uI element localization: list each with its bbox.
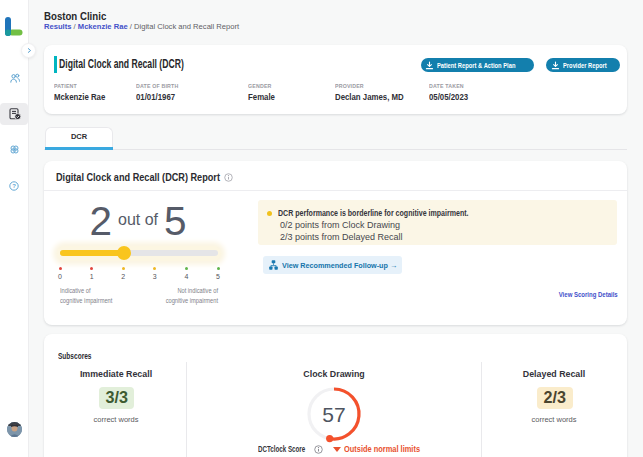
svg-text:57: 57 <box>322 403 345 426</box>
svg-text:?: ? <box>12 183 16 189</box>
